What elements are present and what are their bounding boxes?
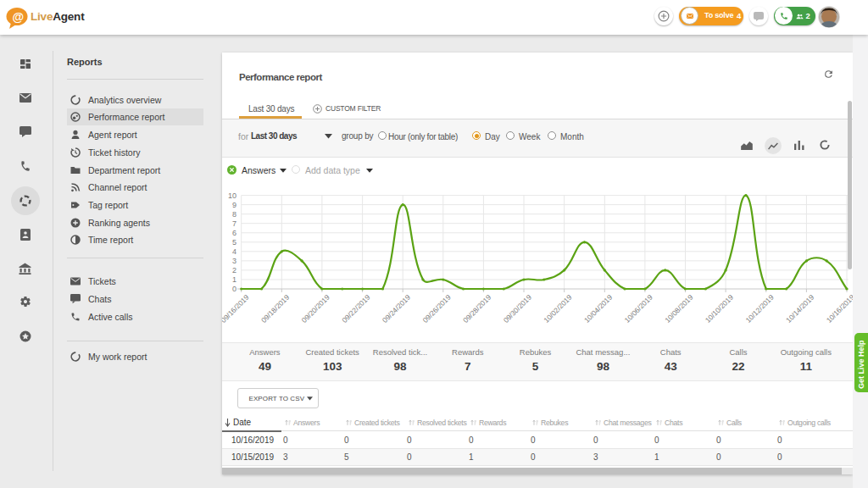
svg-text:09/16/2019: 09/16/2019: [222, 293, 251, 324]
svg-text:09/30/2019: 09/30/2019: [502, 293, 533, 324]
svg-text:10/14/2019: 10/14/2019: [784, 293, 815, 324]
svg-text:10/02/2019: 10/02/2019: [542, 293, 573, 324]
svg-text:09/20/2019: 09/20/2019: [300, 293, 331, 324]
svg-text:10/08/2019: 10/08/2019: [663, 293, 694, 324]
svg-text:7: 7: [232, 219, 236, 228]
svg-text:10: 10: [228, 191, 236, 200]
svg-text:09/22/2019: 09/22/2019: [340, 293, 371, 324]
svg-text:09/18/2019: 09/18/2019: [259, 293, 291, 324]
svg-text:5: 5: [232, 238, 236, 247]
svg-text:09/28/2019: 09/28/2019: [461, 293, 492, 324]
svg-text:09/24/2019: 09/24/2019: [381, 293, 412, 324]
svg-text:3: 3: [232, 257, 236, 265]
svg-text:10/10/2019: 10/10/2019: [704, 293, 735, 324]
svg-text:1: 1: [232, 275, 236, 284]
svg-text:6: 6: [232, 229, 236, 237]
svg-text:0: 0: [232, 285, 236, 293]
svg-text:@: @: [13, 10, 25, 24]
svg-text:9: 9: [232, 201, 236, 209]
svg-text:10/12/2019: 10/12/2019: [744, 293, 776, 324]
svg-text:4: 4: [232, 247, 236, 256]
svg-text:09/26/2019: 09/26/2019: [421, 293, 453, 324]
svg-text:10/04/2019: 10/04/2019: [582, 293, 614, 324]
svg-text:10/16/2019: 10/16/2019: [825, 293, 853, 324]
svg-text:10/06/2019: 10/06/2019: [623, 293, 654, 324]
svg-text:8: 8: [232, 210, 236, 219]
svg-text:2: 2: [232, 266, 236, 274]
